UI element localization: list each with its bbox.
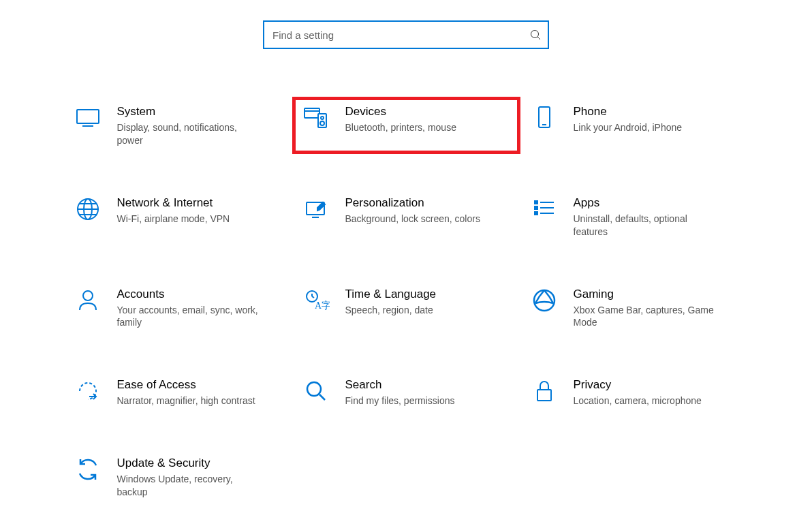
category-text: Phone Link your Android, iPhone (574, 104, 683, 134)
category-title: Accounts (117, 288, 260, 301)
devices-icon (302, 104, 330, 132)
category-desc: Find my files, permissions (345, 394, 455, 407)
category-update[interactable]: Update & Security Windows Update, recove… (64, 448, 292, 506)
svg-rect-18 (535, 201, 537, 204)
category-title: System (117, 105, 260, 119)
category-text: Personalization Background, lock screen,… (345, 195, 480, 226)
category-personalization[interactable]: Personalization Background, lock screen,… (292, 188, 520, 245)
category-search[interactable]: Search Find my files, permissions (292, 370, 520, 414)
svg-rect-20 (535, 212, 537, 215)
category-title: Time & Language (345, 288, 437, 301)
category-desc: Location, camera, microphone (574, 394, 702, 407)
svg-rect-32 (537, 390, 551, 401)
category-title: Personalization (345, 196, 480, 210)
search-icon (530, 29, 541, 40)
category-text: Gaming Xbox Game Bar, captures, Game Mod… (574, 286, 717, 330)
category-devices[interactable]: Devices Bluetooth, printers, mouse (292, 97, 520, 154)
category-phone[interactable]: Phone Link your Android, iPhone (520, 97, 749, 154)
category-title: Devices (345, 105, 456, 119)
category-desc: Xbox Game Bar, captures, Game Mode (574, 304, 717, 330)
globe-icon (74, 195, 102, 223)
svg-rect-4 (304, 108, 319, 118)
time-language-icon: A字 (302, 286, 330, 315)
privacy-icon (530, 377, 559, 405)
category-desc: Windows Update, recovery, backup (117, 473, 260, 499)
svg-line-31 (319, 394, 325, 400)
personalization-icon (302, 195, 330, 223)
category-network[interactable]: Network & Internet Wi-Fi, airplane mode,… (64, 188, 292, 245)
category-desc: Speech, region, date (345, 304, 437, 317)
category-desc: Wi-Fi, airplane mode, VPN (117, 213, 230, 226)
category-desc: Bluetooth, printers, mouse (345, 121, 456, 134)
phone-icon (530, 104, 559, 132)
category-desc: Your accounts, email, sync, work, family (117, 304, 260, 330)
svg-point-0 (531, 31, 539, 38)
svg-point-24 (83, 291, 93, 300)
category-system[interactable]: System Display, sound, notifications, po… (64, 97, 292, 154)
apps-icon (530, 195, 559, 223)
accounts-icon (74, 286, 102, 315)
category-gaming[interactable]: Gaming Xbox Game Bar, captures, Game Mod… (520, 279, 749, 337)
category-desc: Background, lock screen, colors (345, 213, 480, 226)
category-text: Privacy Location, camera, microphone (574, 377, 702, 407)
category-desc: Display, sound, notifications, power (117, 121, 260, 147)
category-privacy[interactable]: Privacy Location, camera, microphone (520, 370, 749, 414)
category-text: System Display, sound, notifications, po… (117, 104, 260, 147)
category-text: Apps Uninstall, defaults, optional featu… (574, 195, 717, 238)
svg-rect-19 (535, 206, 537, 209)
category-accounts[interactable]: Accounts Your accounts, email, sync, wor… (64, 279, 292, 337)
search-category-icon (302, 377, 330, 405)
category-apps[interactable]: Apps Uninstall, defaults, optional featu… (520, 188, 749, 245)
svg-line-1 (537, 37, 540, 40)
search-input[interactable] (263, 20, 549, 49)
svg-line-27 (312, 296, 314, 298)
ease-icon (74, 377, 102, 405)
category-text: Devices Bluetooth, printers, mouse (345, 104, 456, 134)
category-text: Network & Internet Wi-Fi, airplane mode,… (117, 195, 230, 226)
category-text: Ease of Access Narrator, magnifier, high… (117, 377, 255, 407)
gaming-icon (530, 286, 559, 315)
settings-grid: System Display, sound, notifications, po… (64, 97, 749, 506)
category-desc: Narrator, magnifier, high contrast (117, 394, 255, 407)
category-title: Apps (574, 196, 717, 210)
category-text: Accounts Your accounts, email, sync, wor… (117, 286, 260, 330)
category-desc: Link your Android, iPhone (574, 121, 683, 134)
category-title: Phone (574, 105, 683, 119)
category-text: Update & Security Windows Update, recove… (117, 455, 260, 499)
category-ease-of-access[interactable]: Ease of Access Narrator, magnifier, high… (64, 370, 292, 414)
category-time[interactable]: A字 Time & Language Speech, region, date (292, 279, 520, 337)
category-desc: Uninstall, defaults, optional features (574, 213, 717, 238)
category-title: Network & Internet (117, 196, 230, 210)
svg-rect-2 (77, 110, 99, 123)
category-title: Privacy (574, 378, 702, 392)
search-container (263, 20, 549, 49)
category-text: Time & Language Speech, region, date (345, 286, 437, 317)
category-title: Search (345, 378, 455, 392)
update-icon (74, 455, 102, 484)
svg-text:A字: A字 (315, 300, 330, 311)
svg-point-30 (307, 382, 321, 396)
category-title: Ease of Access (117, 378, 255, 392)
category-title: Gaming (574, 288, 717, 301)
system-icon (74, 104, 102, 132)
category-text: Search Find my files, permissions (345, 377, 455, 407)
category-title: Update & Security (117, 456, 260, 470)
